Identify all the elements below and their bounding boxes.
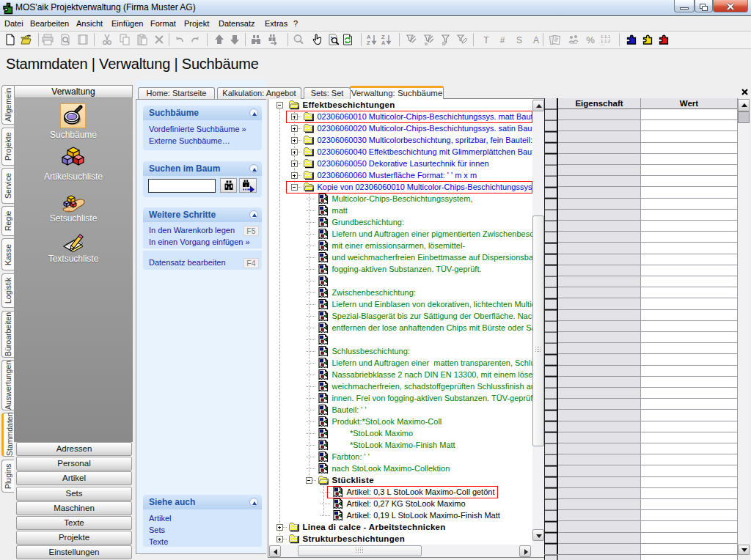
- svg-text:T: T: [483, 35, 489, 45]
- svg-text:%: %: [586, 34, 595, 45]
- svg-text:S: S: [516, 35, 522, 45]
- svg-text:A: A: [381, 40, 386, 45]
- svg-text:Z: Z: [367, 40, 370, 45]
- svg-text:A: A: [533, 35, 539, 45]
- svg-text:#: #: [500, 35, 505, 45]
- svg-text:...: ...: [601, 42, 604, 45]
